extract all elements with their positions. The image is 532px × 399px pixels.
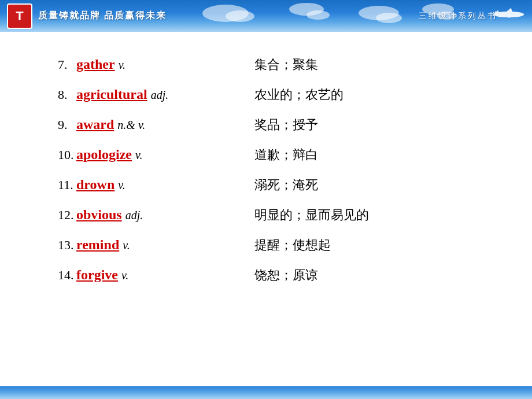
vocab-word: obvious [76,204,122,225]
vocab-number: 14. [58,265,76,285]
vocab-row-14: 14.forgive v.饶恕；原谅 [58,260,486,290]
vocab-word: apologize [76,144,132,165]
vocab-pos: adj. [125,206,143,224]
vocab-number: 12. [58,205,76,224]
vocab-row-12: 12.obvious adj.明显的；显而易见的 [58,200,486,230]
vocab-meaning: 明显的；显而易见的 [254,205,369,224]
vocab-row-13: 13.remind v.提醒；使想起 [58,230,486,260]
vocab-left-7: 7.gather v. [58,54,254,75]
company-logo: T [7,3,32,29]
vocab-meaning: 道歉；辩白 [254,145,318,164]
vocab-left-13: 13.remind v. [58,234,254,255]
vocab-number: 9. [58,115,76,134]
company-slogan: 质量铸就品牌 品质赢得未来 [38,10,167,22]
vocab-pos: v. [121,267,128,284]
vocab-number: 10. [58,145,76,164]
footer-banner [0,386,532,399]
vocab-pos: v. [118,176,125,194]
vocab-left-12: 12.obvious adj. [58,204,254,225]
vocab-left-14: 14.forgive v. [58,264,254,285]
svg-marker-2 [505,8,513,14]
vocab-word: forgive [76,264,118,285]
vocabulary-list: 7.gather v.集合；聚集8.agricultural adj.农业的；农… [0,32,532,301]
vocab-row-7: 7.gather v.集合；聚集 [58,49,486,79]
vocab-pos: n.& v. [117,116,145,134]
vocab-meaning: 奖品；授予 [254,115,318,134]
vocab-meaning: 农业的；农艺的 [254,85,343,104]
vocab-word: remind [76,234,119,255]
vocab-pos: adj. [151,86,169,104]
vocab-meaning: 提醒；使想起 [254,235,331,254]
vocab-left-10: 10.apologize v. [58,144,254,165]
vocab-word: agricultural [76,84,147,105]
vocab-word: award [76,114,114,135]
vocab-pos: v. [135,146,142,164]
vocab-number: 13. [58,235,76,254]
vocab-row-11: 11.drown v.溺死；淹死 [58,169,486,200]
vocab-pos: v. [123,237,130,254]
vocab-word: drown [76,174,114,195]
vocab-left-9: 9.award n.& v. [58,114,254,135]
vocab-number: 7. [58,55,76,74]
header-banner: T 质量铸就品牌 品质赢得未来 三维设计系列丛书 [0,0,532,32]
vocab-meaning: 溺死；淹死 [254,175,318,194]
vocab-row-9: 9.award n.& v.奖品；授予 [58,109,486,139]
vocab-meaning: 饶恕；原谅 [254,265,318,285]
vocab-pos: v. [119,56,125,73]
vocab-row-10: 10.apologize v.道歉；辩白 [58,139,486,169]
vocab-row-8: 8.agricultural adj.农业的；农艺的 [58,79,486,109]
vocab-left-11: 11.drown v. [58,174,254,195]
vocab-left-8: 8.agricultural adj. [58,84,254,105]
vocab-word: gather [76,54,115,75]
vocab-number: 11. [58,175,76,194]
airplane-icon [492,3,526,26]
series-title: 三维设计系列丛书 [419,11,497,21]
vocab-number: 8. [58,85,76,104]
vocab-meaning: 集合；聚集 [254,55,318,74]
